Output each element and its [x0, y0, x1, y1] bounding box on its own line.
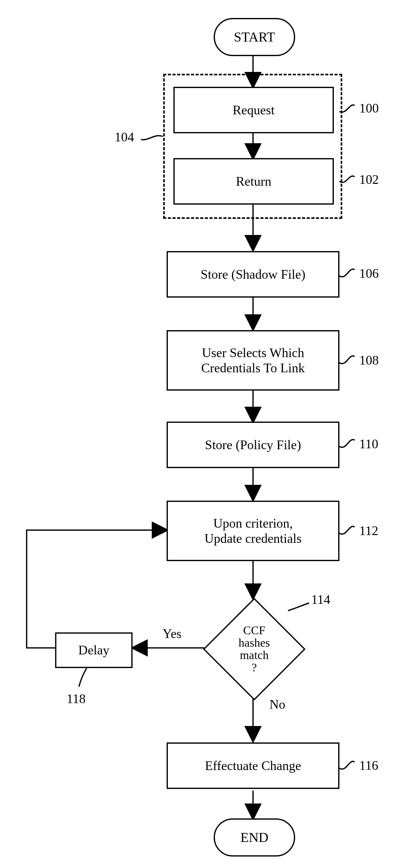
block-delay: Delay	[55, 632, 133, 668]
ref-114: 114	[311, 592, 330, 607]
delay-label: Delay	[78, 643, 109, 657]
store-shadow-label: Store (Shadow File)	[201, 267, 305, 282]
request-label: Request	[233, 103, 274, 118]
ref-116: 116	[359, 758, 378, 773]
start-label: START	[234, 29, 275, 45]
block-effectuate-change: Effectuate Change	[167, 742, 339, 789]
update-credentials-label: Upon criterion, Update credentials	[204, 516, 302, 546]
ref-118: 118	[67, 691, 86, 706]
store-policy-label: Store (Policy File)	[205, 437, 301, 452]
decision-ccf-label: CCF hashes match ?	[238, 624, 270, 674]
block-request: Request	[173, 87, 334, 133]
block-store-policy: Store (Policy File)	[167, 422, 339, 468]
block-store-shadow: Store (Shadow File)	[167, 251, 339, 298]
block-return: Return	[173, 158, 334, 205]
ref-104: 104	[114, 130, 134, 145]
ref-100: 100	[359, 101, 379, 116]
block-update-credentials: Upon criterion, Update credentials	[167, 501, 339, 561]
return-label: Return	[236, 174, 271, 189]
branch-yes: Yes	[163, 626, 181, 641]
ref-110: 110	[359, 436, 378, 452]
terminator-end: END	[214, 818, 295, 857]
ref-102: 102	[359, 172, 379, 187]
ref-112: 112	[359, 523, 378, 538]
terminator-start: START	[214, 18, 295, 56]
block-user-selects: User Selects Which Credentials To Link	[167, 330, 339, 391]
effectuate-change-label: Effectuate Change	[205, 758, 301, 773]
flowchart: START Request Return Store (Shadow File)…	[0, 0, 406, 868]
branch-no: No	[269, 697, 285, 712]
user-selects-label: User Selects Which Credentials To Link	[201, 345, 305, 375]
ref-108: 108	[359, 353, 379, 368]
end-label: END	[240, 830, 268, 845]
ref-106: 106	[359, 266, 379, 281]
